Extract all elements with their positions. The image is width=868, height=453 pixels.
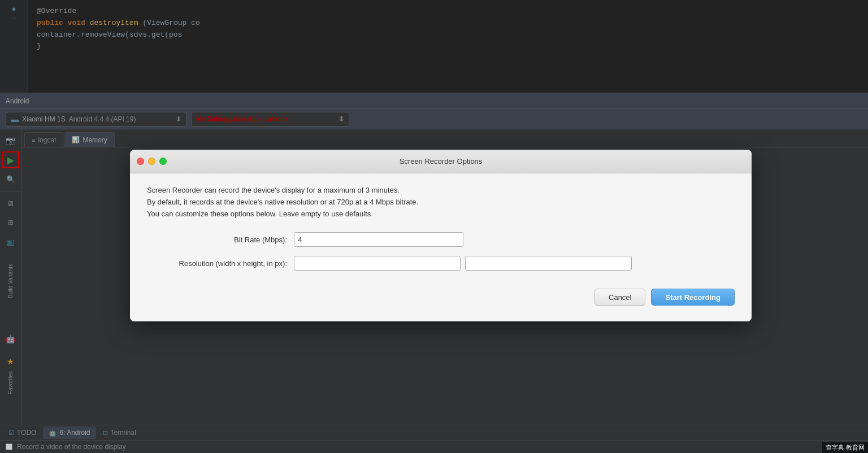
desc-line-1: Screen Recorder can record the device's … bbox=[147, 185, 735, 197]
desc-line-3: You can customize these options below. L… bbox=[147, 208, 735, 220]
minimize-button[interactable] bbox=[148, 158, 155, 165]
resolution-inputs bbox=[294, 256, 632, 271]
start-recording-button[interactable]: Start Recording bbox=[651, 289, 735, 306]
resolution-height-input[interactable] bbox=[465, 256, 632, 271]
watermark: 查字典 教育网 bbox=[822, 442, 868, 453]
resolution-row: Resolution (width x height, in px): bbox=[147, 256, 735, 271]
bit-rate-input[interactable] bbox=[294, 232, 463, 247]
close-button[interactable] bbox=[137, 158, 144, 165]
dialog-body: Screen Recorder can record the device's … bbox=[130, 173, 752, 321]
traffic-lights bbox=[137, 158, 167, 165]
dialog-buttons: Cancel Start Recording bbox=[147, 280, 735, 310]
dialog-title: Screen Recorder Options bbox=[400, 157, 483, 165]
dialog-titlebar: Screen Recorder Options bbox=[130, 150, 752, 173]
cancel-button[interactable]: Cancel bbox=[594, 289, 645, 306]
resolution-width-input[interactable] bbox=[294, 256, 461, 271]
screen-recorder-dialog: Screen Recorder Options Screen Recorder … bbox=[130, 150, 752, 321]
maximize-button[interactable] bbox=[159, 158, 167, 165]
bit-rate-label: Bit Rate (Mbps): bbox=[147, 236, 294, 244]
desc-line-2: By default, it records at the device's n… bbox=[147, 197, 735, 208]
resolution-label: Resolution (width x height, in px): bbox=[147, 259, 294, 268]
bit-rate-row: Bit Rate (Mbps): bbox=[147, 232, 735, 247]
dialog-description: Screen Recorder can record the device's … bbox=[147, 185, 735, 220]
